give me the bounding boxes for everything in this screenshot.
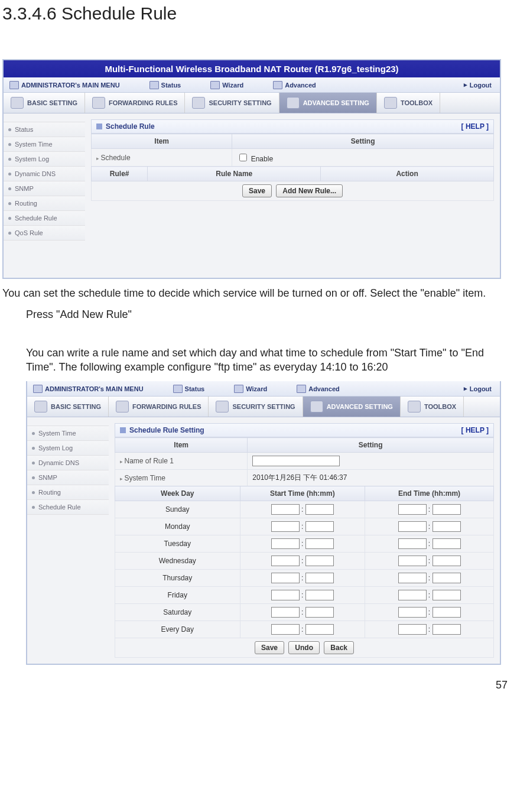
sidebar-item[interactable]: SNMP bbox=[27, 470, 109, 485]
start-min-input[interactable] bbox=[305, 607, 334, 618]
sidebar-item[interactable]: System Time bbox=[27, 426, 109, 441]
nav-status-label: Status bbox=[161, 82, 181, 89]
end-min-input[interactable] bbox=[433, 504, 461, 515]
start-hour-input[interactable] bbox=[271, 573, 300, 583]
sidebar-item[interactable]: System Time bbox=[4, 137, 85, 152]
button-row: Save Undo Back bbox=[115, 638, 494, 658]
start-hour-input[interactable] bbox=[271, 521, 300, 532]
nav-advanced[interactable]: Advanced bbox=[291, 385, 346, 393]
tab-advanced-setting[interactable]: ADVANCED SETTING bbox=[303, 397, 401, 417]
start-hour-input[interactable] bbox=[271, 607, 300, 618]
sidebar-item[interactable]: System Log bbox=[27, 441, 109, 456]
sidebar-item[interactable]: Status bbox=[4, 122, 85, 137]
start-hour-input[interactable] bbox=[271, 590, 300, 600]
nav-status[interactable]: Status bbox=[167, 385, 211, 393]
help-link[interactable]: [ HELP ] bbox=[461, 426, 489, 434]
nav-logout[interactable]: ▸ Logout bbox=[458, 385, 500, 392]
end-min-input[interactable] bbox=[433, 590, 461, 600]
system-time-label: System Time bbox=[115, 470, 248, 486]
advanced-tab-icon bbox=[287, 97, 300, 109]
tab-basic-setting[interactable]: BASIC SETTING bbox=[27, 397, 109, 417]
end-min-input[interactable] bbox=[433, 521, 461, 532]
col-end-time: End Time (hh:mm) bbox=[365, 486, 494, 501]
nav-advanced[interactable]: Advanced bbox=[267, 81, 322, 89]
end-min-input[interactable] bbox=[433, 624, 461, 635]
tab-security-setting[interactable]: SECURITY SETTING bbox=[185, 93, 279, 113]
start-min-input[interactable] bbox=[305, 624, 334, 635]
end-hour-input[interactable] bbox=[398, 624, 427, 635]
sidebar-item[interactable]: Dynamic DNS bbox=[4, 167, 85, 181]
sidebar-item[interactable]: Routing bbox=[27, 485, 109, 500]
start-time-cell: : bbox=[240, 535, 365, 553]
tab-forwarding-rules[interactable]: FORWARDING RULES bbox=[85, 93, 186, 113]
end-hour-input[interactable] bbox=[398, 556, 427, 566]
help-link[interactable]: [ HELP ] bbox=[461, 122, 489, 131]
nav-advanced-label: Advanced bbox=[285, 82, 316, 89]
sidebar-item[interactable]: Dynamic DNS bbox=[27, 456, 109, 470]
tab-basic-setting[interactable]: BASIC SETTING bbox=[4, 93, 85, 113]
sidebar-item[interactable]: Schedule Rule bbox=[27, 500, 109, 515]
start-min-input[interactable] bbox=[305, 538, 334, 549]
sidebar-item[interactable]: Schedule Rule bbox=[4, 211, 85, 226]
sidebar-item[interactable]: QoS Rule bbox=[4, 226, 85, 241]
basic-icon bbox=[11, 97, 24, 109]
tab-advanced-setting[interactable]: ADVANCED SETTING bbox=[279, 93, 377, 113]
start-min-input[interactable] bbox=[305, 590, 334, 600]
weekday-row: Wednesday : : bbox=[115, 553, 494, 570]
end-hour-input[interactable] bbox=[398, 607, 427, 618]
end-min-input[interactable] bbox=[433, 573, 461, 583]
tab-forwarding-rules[interactable]: FORWARDING RULES bbox=[109, 397, 209, 417]
nav-wizard-label: Wizard bbox=[246, 385, 267, 392]
tab-basic-label: BASIC SETTING bbox=[51, 403, 101, 410]
tab-toolbox[interactable]: TOOLBOX bbox=[401, 397, 464, 417]
end-hour-input[interactable] bbox=[398, 538, 427, 549]
start-hour-input[interactable] bbox=[271, 538, 300, 549]
weekday-row: Tuesday : : bbox=[115, 535, 494, 553]
nav-wizard[interactable]: Wizard bbox=[228, 385, 273, 393]
nav-status[interactable]: Status bbox=[144, 81, 187, 89]
back-button[interactable]: Back bbox=[324, 641, 354, 654]
end-hour-input[interactable] bbox=[398, 504, 427, 515]
end-time-cell: : bbox=[365, 570, 494, 587]
start-min-input[interactable] bbox=[305, 521, 334, 532]
window-icon bbox=[33, 385, 43, 393]
nav-logout-label: Logout bbox=[470, 385, 492, 392]
enable-checkbox[interactable] bbox=[239, 154, 247, 161]
bullet-icon bbox=[32, 491, 35, 494]
section-heading: 3.3.4.6 Schedule Rule bbox=[2, 4, 511, 24]
sidebar-item-label: QoS Rule bbox=[15, 229, 43, 236]
add-new-rule-button[interactable]: Add New Rule... bbox=[276, 184, 343, 197]
start-min-input[interactable] bbox=[305, 556, 334, 566]
panel-bullet-icon bbox=[120, 427, 126, 433]
tab-toolbox[interactable]: TOOLBOX bbox=[377, 93, 440, 113]
start-min-input[interactable] bbox=[305, 504, 334, 515]
sidebar-item[interactable]: SNMP bbox=[4, 181, 85, 196]
tab-security-setting[interactable]: SECURITY SETTING bbox=[209, 397, 303, 417]
end-hour-input[interactable] bbox=[398, 521, 427, 532]
undo-button[interactable]: Undo bbox=[288, 641, 320, 654]
col-rule-number: Rule# bbox=[92, 167, 148, 181]
save-button[interactable]: Save bbox=[242, 184, 272, 197]
end-min-input[interactable] bbox=[433, 607, 461, 618]
nav-wizard-label: Wizard bbox=[222, 82, 243, 89]
start-hour-input[interactable] bbox=[271, 504, 300, 515]
end-hour-input[interactable] bbox=[398, 573, 427, 583]
rule-name-input[interactable] bbox=[252, 456, 340, 466]
bullet-icon bbox=[8, 187, 11, 190]
end-hour-input[interactable] bbox=[398, 590, 427, 600]
nav-wizard[interactable]: Wizard bbox=[204, 81, 249, 89]
top-nav-bar: ADMINISTRATOR's MAIN MENU Status Wizard … bbox=[27, 381, 500, 397]
end-min-input[interactable] bbox=[433, 556, 461, 566]
start-hour-input[interactable] bbox=[271, 556, 300, 566]
status-icon bbox=[173, 385, 183, 393]
nav-logout[interactable]: ▸ Logout bbox=[458, 81, 500, 89]
col-setting: Setting bbox=[232, 134, 494, 149]
weekday-row: Thursday : : bbox=[115, 570, 494, 587]
save-button[interactable]: Save bbox=[255, 641, 284, 654]
start-min-input[interactable] bbox=[305, 573, 334, 583]
sidebar-item[interactable]: System Log bbox=[4, 152, 85, 167]
start-hour-input[interactable] bbox=[271, 624, 300, 635]
bullet-icon bbox=[32, 476, 35, 479]
end-min-input[interactable] bbox=[433, 538, 461, 549]
sidebar-item[interactable]: Routing bbox=[4, 196, 85, 211]
